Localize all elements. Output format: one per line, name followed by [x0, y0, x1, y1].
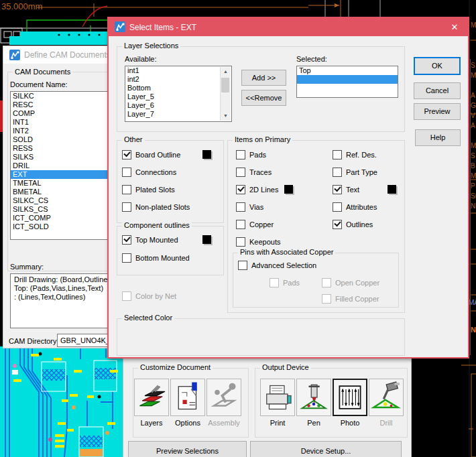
device-setup-button[interactable]: Device Setup...	[250, 441, 402, 457]
checkbox-icon[interactable]	[122, 253, 131, 263]
summary-label: Summary:	[10, 263, 44, 271]
scroll-up-icon[interactable]: ▲	[221, 67, 231, 76]
dimension-label: 35.000mm	[1, 1, 42, 11]
layers-button-label: Layers	[134, 419, 169, 427]
checkbox-icon[interactable]	[236, 185, 245, 194]
selected-color-group	[117, 318, 405, 356]
text-color-swatch[interactable]	[388, 185, 396, 194]
checkbox-icon[interactable]	[236, 202, 245, 212]
ok-button[interactable]: OK	[414, 57, 461, 75]
checkbox-icon[interactable]	[236, 237, 245, 247]
assembly-icon	[207, 379, 241, 415]
photo-button-label: Photo	[333, 419, 367, 427]
layers-button[interactable]	[134, 379, 169, 416]
close-icon[interactable]: ✕	[441, 18, 468, 36]
selected-label: Selected:	[296, 55, 327, 63]
clipped-menu-text: Mo S M A G V A M S B M P Su N	[471, 20, 476, 288]
list-item[interactable]: Layer_5	[125, 92, 231, 101]
list-item[interactable]: Bottom	[125, 84, 231, 92]
options-button-label: Options	[170, 419, 205, 427]
scrollbar-thumb[interactable]	[221, 78, 229, 92]
select-items-dialog: Select Items - EXT ✕ Layer Selections Av…	[107, 17, 469, 358]
cam-documents-group-label: CAM Documents	[13, 68, 72, 76]
layers-icon	[135, 379, 168, 415]
options-button[interactable]	[170, 379, 205, 416]
selected-color-label: Selected Color	[122, 314, 174, 322]
pen-button-label: Pen	[296, 419, 331, 427]
available-list-scrollbar[interactable]: ▲ ▼	[220, 67, 231, 121]
options-icon	[171, 379, 204, 415]
layer-selections-label: Layer Selections	[122, 42, 180, 50]
screen: 35.000mm Mo S M A G V A M S B M P Su N M…	[0, 0, 476, 457]
checkbox-icon[interactable]	[122, 150, 131, 159]
drill-icon	[369, 379, 403, 415]
cam-directory-label: CAM Directory:	[9, 337, 59, 345]
selected-list[interactable]: Top	[296, 66, 398, 98]
dialog-title: Define CAM Documents	[24, 50, 111, 60]
document-name-label: Document Name:	[10, 80, 68, 88]
checkbox-icon	[322, 294, 331, 304]
drill-button[interactable]	[369, 379, 404, 416]
available-label: Available:	[125, 55, 157, 63]
2d-lines-color-swatch[interactable]	[284, 185, 293, 194]
checkbox-icon	[122, 291, 131, 301]
customize-document-label: Customize Document	[138, 363, 213, 371]
checkbox-icon[interactable]	[333, 185, 342, 194]
top-mounted-color-swatch[interactable]	[202, 235, 211, 244]
add-button[interactable]: Add >>	[241, 70, 286, 86]
print-button[interactable]	[260, 379, 295, 416]
photo-icon	[334, 380, 366, 415]
document-options-panel: Customize Document	[123, 358, 412, 457]
drill-button-label: Drill	[369, 419, 404, 427]
list-item-selected[interactable]	[297, 75, 398, 84]
select-items-title-bar[interactable]: Select Items - EXT ✕	[109, 18, 468, 36]
scroll-down-icon[interactable]: ▼	[221, 111, 231, 121]
other-group-label: Other	[122, 135, 145, 143]
cancel-button[interactable]: Cancel	[414, 82, 461, 99]
checkbox-icon[interactable]	[122, 168, 131, 177]
list-item[interactable]: Layer_6	[125, 101, 231, 110]
print-button-label: Print	[260, 419, 295, 427]
checkbox-icon	[270, 278, 279, 287]
print-icon	[261, 379, 294, 415]
checkbox-icon[interactable]	[236, 168, 245, 177]
pen-button[interactable]	[296, 379, 331, 416]
checkbox-icon[interactable]	[122, 185, 131, 194]
checkbox-icon[interactable]	[122, 202, 131, 212]
component-outlines-label: Component outlines	[122, 221, 192, 229]
app-icon	[115, 21, 125, 32]
checkbox-icon[interactable]	[122, 235, 131, 245]
pins-copper-label: Pins with Associated Copper	[238, 248, 335, 256]
pen-icon	[297, 379, 331, 415]
component-outlines-group	[117, 226, 224, 275]
checkbox-icon[interactable]	[333, 220, 342, 229]
checkbox-icon[interactable]	[236, 220, 245, 229]
checkbox-icon	[322, 278, 331, 287]
clipped-menu-text-ma: MA	[469, 299, 476, 306]
list-item[interactable]: Top	[297, 66, 398, 75]
board-outline-color-swatch[interactable]	[202, 150, 211, 159]
available-list[interactable]: int1 int2 Bottom Layer_5 Layer_6 Layer_7…	[125, 66, 232, 122]
remove-button[interactable]: <<Remove	[241, 90, 286, 106]
assembly-button[interactable]	[206, 379, 241, 416]
clipped-menu-text-n: N	[471, 326, 476, 334]
checkbox-icon[interactable]	[238, 261, 247, 270]
photo-button[interactable]	[333, 379, 367, 416]
app-icon	[9, 50, 20, 60]
preview-button[interactable]: Preview	[414, 103, 461, 120]
help-button[interactable]: Help	[415, 129, 461, 146]
checkbox-icon[interactable]	[236, 150, 245, 159]
preview-selections-button[interactable]: Preview Selections	[128, 441, 247, 457]
list-item[interactable]: int1	[125, 66, 231, 75]
items-on-primary-label: Items on Primary	[233, 135, 292, 143]
assembly-button-label: Assembly	[206, 419, 241, 427]
checkbox-icon[interactable]	[333, 168, 342, 177]
checkbox-icon[interactable]	[333, 150, 342, 159]
output-device-label: Output Device	[260, 363, 311, 371]
list-item[interactable]: int2	[125, 75, 231, 84]
checkbox-icon[interactable]	[333, 202, 342, 212]
dialog-title: Select Items - EXT	[129, 23, 196, 32]
list-item[interactable]: Layer_7	[125, 110, 231, 119]
